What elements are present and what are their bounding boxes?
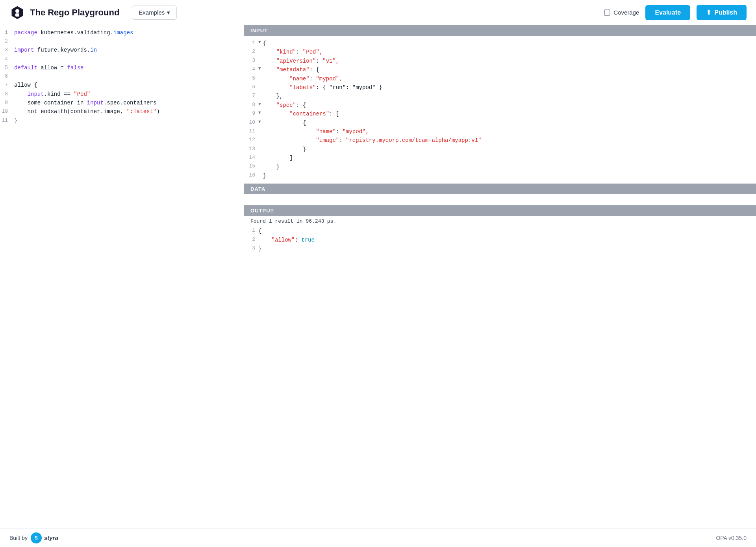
json-code: "name": "mypod", (263, 74, 756, 83)
line-number: 7 (0, 81, 14, 89)
output-status: Found 1 result in 96.243 μs. (244, 216, 756, 227)
json-line-number: 7 (244, 92, 258, 100)
output-section-header: OUTPUT (244, 205, 756, 216)
output-code: { (258, 227, 756, 235)
fold-indicator[interactable]: ▼ (258, 119, 263, 126)
fold-indicator[interactable]: ▼ (258, 101, 263, 108)
evaluate-button[interactable]: Evaluate (645, 5, 690, 20)
line-number: 3 (0, 46, 14, 54)
line-number: 1 (0, 28, 14, 37)
footer-left: Built by S styra (9, 532, 58, 543)
json-code: "image": "registry.mycorp.com/team-alpha… (263, 136, 756, 145)
input-section-header: INPUT (244, 25, 756, 36)
code-editor[interactable]: 1package kubernetes.validating.images23i… (0, 25, 244, 128)
json-line: 8▼ "spec": { (244, 101, 756, 110)
output-line-number: 3 (244, 244, 258, 253)
json-line-number: 6 (244, 83, 258, 91)
json-line-number: 2 (244, 48, 258, 56)
right-panel: INPUT 1▼{2 "kind": "Pod",3 "apiVersion":… (244, 25, 756, 528)
logo-icon (9, 5, 25, 20)
fold-indicator[interactable]: ▼ (258, 65, 263, 73)
editor-panel[interactable]: 1package kubernetes.validating.images23i… (0, 25, 244, 528)
code-line: 3import future.keywords.in (0, 46, 244, 54)
code-line: 2 (0, 37, 244, 46)
main-content: 1package kubernetes.validating.images23i… (0, 25, 756, 528)
output-line: 1{ (244, 227, 756, 235)
output-code: "allow": true (258, 236, 756, 244)
line-code: input.kind == "Pod" (14, 90, 244, 99)
json-line-number: 9 (244, 110, 258, 118)
json-code: "spec": { (263, 101, 756, 110)
json-line: 16} (244, 171, 756, 180)
output-panel: Found 1 result in 96.243 μs. 1{2 "allow"… (244, 216, 756, 528)
output-line-number: 1 (244, 227, 258, 235)
json-line: 10▼ { (244, 119, 756, 127)
json-line-number: 8 (244, 101, 258, 109)
json-line-number: 14 (244, 154, 258, 162)
svg-point-1 (15, 9, 19, 13)
json-line-number: 16 (244, 171, 258, 180)
json-code: { (263, 39, 756, 48)
json-line: 12 "image": "registry.mycorp.com/team-al… (244, 136, 756, 145)
line-code: default allow = false (14, 63, 244, 72)
json-code: { (263, 119, 756, 127)
json-code: } (263, 171, 756, 180)
fold-indicator[interactable]: ▼ (258, 39, 263, 46)
opa-version: OPA v0.35.0 (716, 535, 747, 541)
coverage-toggle[interactable]: Coverage (604, 9, 639, 16)
styra-logo: S styra (31, 532, 58, 543)
json-line-number: 5 (244, 74, 258, 83)
json-code: "containers": [ (263, 110, 756, 118)
code-line: 6 (0, 72, 244, 81)
line-number: 4 (0, 55, 14, 63)
upload-icon: ⬆ (706, 9, 711, 16)
coverage-checkbox[interactable] (604, 9, 610, 16)
input-panel[interactable]: 1▼{2 "kind": "Pod",3 "apiVersion": "v1",… (244, 36, 756, 184)
line-code: } (14, 116, 244, 125)
json-line: 1▼{ (244, 39, 756, 48)
line-code: some container in input.spec.containers (14, 99, 244, 107)
code-line: 10 not endswith(container.image, ":lates… (0, 107, 244, 116)
styra-logo-icon: S (31, 532, 42, 543)
line-number: 6 (0, 72, 14, 81)
json-line: 7 }, (244, 92, 756, 100)
json-line: 2 "kind": "Pod", (244, 48, 756, 56)
json-line-number: 11 (244, 127, 258, 136)
code-line: 1package kubernetes.validating.images (0, 28, 244, 37)
footer: Built by S styra OPA v0.35.0 (0, 528, 756, 547)
code-line: 7allow { (0, 81, 244, 89)
code-line: 8 input.kind == "Pod" (0, 90, 244, 99)
json-line: 5 "name": "mypod", (244, 74, 756, 83)
line-code: allow { (14, 81, 244, 89)
input-editor[interactable]: 1▼{2 "kind": "Pod",3 "apiVersion": "v1",… (244, 36, 756, 183)
json-line: 11 "name": "mypod", (244, 127, 756, 136)
coverage-label-text: Coverage (613, 9, 639, 16)
fold-indicator[interactable]: ▼ (258, 110, 263, 117)
styra-logo-text: styra (44, 534, 58, 541)
line-number: 10 (0, 107, 14, 116)
built-by-text: Built by (9, 535, 28, 541)
line-code: not endswith(container.image, ":latest") (14, 107, 244, 116)
line-number: 11 (0, 116, 14, 125)
output-code: } (258, 244, 756, 253)
json-code: ] (263, 154, 756, 162)
examples-button[interactable]: Examples ▾ (132, 6, 177, 20)
code-line: 4 (0, 55, 244, 63)
json-code: "kind": "Pod", (263, 48, 756, 56)
line-code: package kubernetes.validating.images (14, 28, 244, 37)
json-code: "labels": { "run": "mypod" } (263, 83, 756, 92)
publish-label: Publish (714, 9, 737, 16)
publish-button[interactable]: ⬆ Publish (697, 5, 747, 20)
data-panel[interactable] (244, 194, 756, 205)
line-number: 8 (0, 90, 14, 99)
json-line-number: 15 (244, 162, 258, 171)
line-number: 5 (0, 63, 14, 72)
json-line: 3 "apiVersion": "v1", (244, 57, 756, 65)
json-line-number: 10 (244, 119, 258, 127)
json-code: } (263, 145, 756, 154)
output-content: 1{2 "allow": true3} (244, 227, 756, 256)
json-line-number: 4 (244, 65, 258, 74)
svg-rect-2 (15, 13, 19, 17)
data-section-header: DATA (244, 184, 756, 194)
json-code: "name": "mypod", (263, 127, 756, 136)
